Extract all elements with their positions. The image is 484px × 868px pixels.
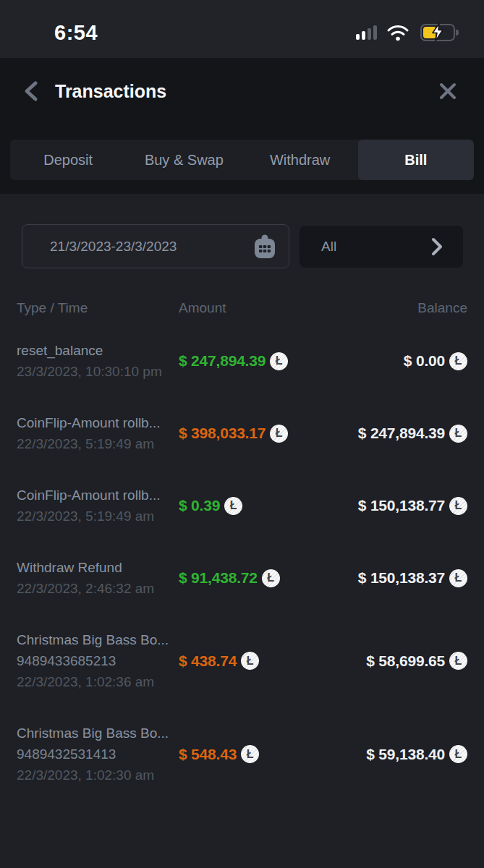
date-range-value: 21/3/2023-23/3/2023 — [50, 239, 254, 255]
table-row[interactable]: Withdraw Refund22/3/2023, 2:46:32 am$ 91… — [0, 542, 484, 614]
transaction-amount: $ 438.74 — [179, 652, 237, 670]
balance-cell: $ 150,138.77Ł — [347, 497, 484, 515]
category-selected-value: All — [321, 239, 431, 255]
transaction-tabs: DepositBuy & SwapWithdrawBill — [10, 140, 474, 180]
page-header: Transactions DepositBuy & SwapWithdrawBi… — [0, 58, 484, 194]
close-icon — [438, 82, 457, 101]
transaction-id: 9489432531413 — [17, 744, 179, 765]
transaction-time: 22/3/2023, 2:46:32 am — [17, 578, 179, 599]
transaction-id: 9489433685213 — [17, 650, 179, 671]
transaction-type: Christmas Big Bass Bo... — [17, 723, 179, 744]
column-header-type-time: Type / Time — [0, 300, 179, 316]
litecoin-coin-icon: Ł — [449, 569, 467, 587]
litecoin-coin-icon: Ł — [262, 569, 280, 587]
transaction-time: 22/3/2023, 1:02:36 am — [17, 671, 179, 692]
transaction-type: reset_balance — [17, 340, 179, 361]
table-row[interactable]: Christmas Big Bass Bo...948943253141322/… — [0, 707, 484, 801]
amount-cell: $ 548.43Ł — [179, 745, 347, 763]
litecoin-coin-icon: Ł — [449, 745, 467, 763]
type-time-cell: Christmas Big Bass Bo...948943253141322/… — [0, 723, 179, 786]
signal-strength-icon — [356, 25, 377, 40]
transaction-type: Withdraw Refund — [17, 557, 179, 578]
table-header: Type / Time Amount Balance — [0, 300, 484, 316]
wifi-icon — [387, 25, 409, 41]
transaction-type: CoinFlip-Amount rollb... — [17, 412, 179, 433]
transaction-time: 22/3/2023, 1:02:30 am — [17, 765, 179, 786]
litecoin-coin-icon: Ł — [449, 652, 467, 670]
type-time-cell: CoinFlip-Amount rollb...22/3/2023, 5:19:… — [0, 485, 179, 527]
litecoin-coin-icon: Ł — [449, 497, 467, 515]
amount-cell: $ 0.39Ł — [179, 497, 347, 515]
table-row[interactable]: Christmas Big Bass Bo...948943368521322/… — [0, 614, 484, 707]
type-time-cell: Christmas Big Bass Bo...948943368521322/… — [0, 629, 179, 692]
transaction-type: Christmas Big Bass Bo... — [17, 629, 179, 650]
balance-cell: $ 58,699.65Ł — [347, 652, 484, 670]
filter-row: 21/3/2023-23/3/2023 All — [0, 194, 484, 268]
column-header-amount: Amount — [179, 300, 361, 316]
clock-time: 6:54 — [54, 21, 98, 45]
litecoin-coin-icon: Ł — [241, 652, 259, 670]
litecoin-coin-icon: Ł — [449, 425, 467, 443]
tab-withdraw[interactable]: Withdraw — [242, 140, 358, 180]
battery-charging-icon — [420, 24, 455, 41]
transaction-time: 22/3/2023, 5:19:49 am — [17, 433, 179, 454]
transaction-list: reset_balance23/3/2023, 10:30:10 pm$ 247… — [0, 325, 484, 801]
transaction-time: 23/3/2023, 10:30:10 pm — [17, 361, 179, 382]
page-title: Transactions — [55, 81, 166, 102]
close-button[interactable] — [435, 78, 461, 104]
table-row[interactable]: CoinFlip-Amount rollb...22/3/2023, 5:19:… — [0, 397, 484, 469]
date-range-input[interactable]: 21/3/2023-23/3/2023 — [22, 224, 289, 268]
transaction-type: CoinFlip-Amount rollb... — [17, 485, 179, 506]
type-time-cell: Withdraw Refund22/3/2023, 2:46:32 am — [0, 557, 179, 599]
table-row[interactable]: CoinFlip-Amount rollb...22/3/2023, 5:19:… — [0, 469, 484, 542]
balance-cell: $ 247,894.39Ł — [347, 425, 484, 443]
chevron-right-icon — [431, 237, 443, 256]
status-icons — [356, 24, 455, 41]
tab-buy-swap[interactable]: Buy & Swap — [126, 140, 242, 180]
amount-cell: $ 438.74Ł — [179, 652, 347, 670]
transaction-amount: $ 398,033.17 — [179, 425, 266, 442]
tab-deposit[interactable]: Deposit — [10, 140, 126, 180]
transaction-balance: $ 59,138.40 — [366, 746, 445, 763]
balance-cell: $ 59,138.40Ł — [347, 745, 484, 763]
transaction-time: 22/3/2023, 5:19:49 am — [17, 506, 179, 527]
type-time-cell: CoinFlip-Amount rollb...22/3/2023, 5:19:… — [0, 412, 179, 454]
calendar-icon — [254, 234, 276, 259]
transaction-amount: $ 91,438.72 — [179, 569, 258, 587]
amount-cell: $ 247,894.39Ł — [179, 352, 347, 370]
status-bar: 6:54 — [0, 0, 484, 58]
chevron-left-icon — [23, 80, 39, 102]
tab-bill[interactable]: Bill — [358, 140, 474, 180]
transaction-amount: $ 0.39 — [179, 497, 220, 514]
balance-cell: $ 150,138.37Ł — [347, 569, 484, 587]
litecoin-coin-icon: Ł — [241, 745, 259, 763]
litecoin-coin-icon: Ł — [449, 352, 467, 370]
back-button[interactable] — [23, 79, 48, 103]
column-header-balance: Balance — [361, 300, 484, 316]
table-row[interactable]: reset_balance23/3/2023, 10:30:10 pm$ 247… — [0, 325, 484, 397]
transaction-balance: $ 150,138.77 — [358, 497, 445, 514]
type-time-cell: reset_balance23/3/2023, 10:30:10 pm — [0, 340, 179, 382]
category-select[interactable]: All — [300, 226, 463, 268]
litecoin-coin-icon: Ł — [270, 425, 288, 443]
transaction-balance: $ 247,894.39 — [358, 425, 445, 442]
transaction-amount: $ 548.43 — [179, 746, 237, 763]
amount-cell: $ 398,033.17Ł — [179, 425, 347, 443]
transaction-balance: $ 0.00 — [404, 352, 445, 370]
litecoin-coin-icon: Ł — [270, 352, 288, 370]
transaction-balance: $ 58,699.65 — [366, 652, 445, 670]
balance-cell: $ 0.00Ł — [347, 352, 484, 370]
litecoin-coin-icon: Ł — [224, 497, 242, 515]
transaction-balance: $ 150,138.37 — [358, 569, 445, 587]
amount-cell: $ 91,438.72Ł — [179, 569, 347, 587]
transaction-amount: $ 247,894.39 — [179, 352, 266, 370]
